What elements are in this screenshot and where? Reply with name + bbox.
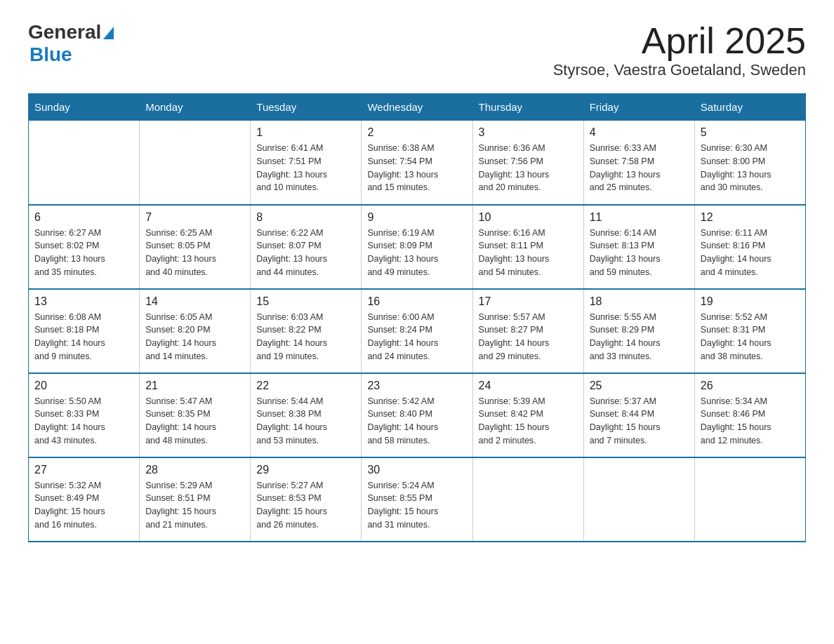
calendar-cell: 8Sunrise: 6:22 AM Sunset: 8:07 PM Daylig… bbox=[251, 205, 362, 289]
day-number: 24 bbox=[479, 380, 578, 392]
day-number: 11 bbox=[590, 211, 689, 224]
day-of-week-monday: Monday bbox=[140, 94, 251, 121]
location-title: Styrsoe, Vaestra Goetaland, Sweden bbox=[553, 61, 806, 79]
calendar-week-1: 1Sunrise: 6:41 AM Sunset: 7:51 PM Daylig… bbox=[29, 121, 806, 205]
day-info: Sunrise: 6:14 AM Sunset: 8:13 PM Dayligh… bbox=[590, 227, 689, 279]
day-number: 5 bbox=[701, 126, 800, 139]
day-number: 7 bbox=[145, 211, 244, 224]
calendar-cell: 14Sunrise: 6:05 AM Sunset: 8:20 PM Dayli… bbox=[140, 289, 251, 373]
logo-text-blue: Blue bbox=[29, 43, 114, 66]
calendar-cell bbox=[140, 121, 251, 205]
calendar-cell: 5Sunrise: 6:30 AM Sunset: 8:00 PM Daylig… bbox=[694, 121, 805, 205]
day-info: Sunrise: 5:47 AM Sunset: 8:35 PM Dayligh… bbox=[145, 395, 244, 448]
day-number: 20 bbox=[34, 380, 133, 392]
day-info: Sunrise: 6:33 AM Sunset: 7:58 PM Dayligh… bbox=[590, 142, 689, 194]
day-info: Sunrise: 5:52 AM Sunset: 8:31 PM Dayligh… bbox=[701, 311, 800, 363]
day-info: Sunrise: 6:11 AM Sunset: 8:16 PM Dayligh… bbox=[701, 227, 800, 279]
logo: General Blue bbox=[28, 21, 114, 66]
logo-triangle-icon bbox=[103, 27, 114, 39]
calendar-cell: 23Sunrise: 5:42 AM Sunset: 8:40 PM Dayli… bbox=[362, 373, 472, 457]
calendar-cell: 7Sunrise: 6:25 AM Sunset: 8:05 PM Daylig… bbox=[140, 205, 251, 289]
day-number: 9 bbox=[367, 211, 466, 224]
calendar-cell: 3Sunrise: 6:36 AM Sunset: 7:56 PM Daylig… bbox=[472, 121, 583, 205]
day-number: 18 bbox=[590, 295, 689, 308]
calendar-cell: 11Sunrise: 6:14 AM Sunset: 8:13 PM Dayli… bbox=[583, 205, 694, 289]
day-info: Sunrise: 5:37 AM Sunset: 8:44 PM Dayligh… bbox=[590, 395, 689, 448]
calendar-week-4: 20Sunrise: 5:50 AM Sunset: 8:33 PM Dayli… bbox=[29, 373, 806, 457]
day-info: Sunrise: 6:19 AM Sunset: 8:09 PM Dayligh… bbox=[367, 227, 466, 279]
calendar-cell: 21Sunrise: 5:47 AM Sunset: 8:35 PM Dayli… bbox=[140, 373, 251, 457]
day-number: 23 bbox=[367, 380, 466, 392]
day-number: 22 bbox=[256, 380, 355, 392]
day-of-week-tuesday: Tuesday bbox=[251, 94, 362, 121]
calendar-cell bbox=[29, 121, 140, 205]
calendar-cell: 29Sunrise: 5:27 AM Sunset: 8:53 PM Dayli… bbox=[251, 457, 362, 542]
calendar-week-5: 27Sunrise: 5:32 AM Sunset: 8:49 PM Dayli… bbox=[29, 457, 806, 542]
day-info: Sunrise: 5:29 AM Sunset: 8:51 PM Dayligh… bbox=[145, 479, 244, 532]
calendar-cell: 9Sunrise: 6:19 AM Sunset: 8:09 PM Daylig… bbox=[362, 205, 472, 289]
day-info: Sunrise: 6:38 AM Sunset: 7:54 PM Dayligh… bbox=[367, 142, 466, 194]
calendar-cell: 16Sunrise: 6:00 AM Sunset: 8:24 PM Dayli… bbox=[362, 289, 472, 373]
day-info: Sunrise: 5:27 AM Sunset: 8:53 PM Dayligh… bbox=[256, 479, 355, 532]
day-info: Sunrise: 5:39 AM Sunset: 8:42 PM Dayligh… bbox=[479, 395, 578, 448]
calendar-cell: 24Sunrise: 5:39 AM Sunset: 8:42 PM Dayli… bbox=[472, 373, 583, 457]
day-info: Sunrise: 6:03 AM Sunset: 8:22 PM Dayligh… bbox=[256, 311, 355, 363]
day-number: 10 bbox=[479, 211, 578, 224]
day-number: 21 bbox=[145, 380, 244, 392]
calendar-cell: 18Sunrise: 5:55 AM Sunset: 8:29 PM Dayli… bbox=[583, 289, 694, 373]
calendar-cell: 1Sunrise: 6:41 AM Sunset: 7:51 PM Daylig… bbox=[251, 121, 362, 205]
day-info: Sunrise: 6:16 AM Sunset: 8:11 PM Dayligh… bbox=[479, 227, 578, 279]
calendar-cell: 2Sunrise: 6:38 AM Sunset: 7:54 PM Daylig… bbox=[362, 121, 472, 205]
day-info: Sunrise: 6:30 AM Sunset: 8:00 PM Dayligh… bbox=[701, 142, 800, 194]
calendar-week-2: 6Sunrise: 6:27 AM Sunset: 8:02 PM Daylig… bbox=[29, 205, 806, 289]
day-number: 16 bbox=[367, 295, 466, 308]
calendar-cell bbox=[472, 457, 583, 542]
calendar-cell bbox=[583, 457, 694, 542]
day-number: 2 bbox=[367, 126, 466, 139]
calendar-cell: 25Sunrise: 5:37 AM Sunset: 8:44 PM Dayli… bbox=[583, 373, 694, 457]
calendar-cell: 6Sunrise: 6:27 AM Sunset: 8:02 PM Daylig… bbox=[29, 205, 140, 289]
month-title: April 2025 bbox=[553, 21, 806, 61]
day-number: 14 bbox=[145, 295, 244, 308]
calendar-body: 1Sunrise: 6:41 AM Sunset: 7:51 PM Daylig… bbox=[29, 121, 806, 542]
day-of-week-thursday: Thursday bbox=[472, 94, 583, 121]
calendar-cell: 26Sunrise: 5:34 AM Sunset: 8:46 PM Dayli… bbox=[694, 373, 805, 457]
day-info: Sunrise: 5:57 AM Sunset: 8:27 PM Dayligh… bbox=[479, 311, 578, 363]
day-number: 15 bbox=[256, 295, 355, 308]
day-of-week-wednesday: Wednesday bbox=[362, 94, 472, 121]
day-number: 25 bbox=[590, 380, 689, 392]
day-info: Sunrise: 6:22 AM Sunset: 8:07 PM Dayligh… bbox=[256, 227, 355, 279]
day-number: 3 bbox=[479, 126, 578, 139]
day-number: 17 bbox=[479, 295, 578, 308]
day-info: Sunrise: 6:05 AM Sunset: 8:20 PM Dayligh… bbox=[145, 311, 244, 363]
day-of-week-sunday: Sunday bbox=[29, 94, 140, 121]
logo-text-general: General bbox=[28, 21, 101, 43]
calendar-cell: 30Sunrise: 5:24 AM Sunset: 8:55 PM Dayli… bbox=[362, 457, 472, 542]
calendar-cell: 27Sunrise: 5:32 AM Sunset: 8:49 PM Dayli… bbox=[29, 457, 140, 542]
calendar-cell: 22Sunrise: 5:44 AM Sunset: 8:38 PM Dayli… bbox=[251, 373, 362, 457]
day-info: Sunrise: 6:25 AM Sunset: 8:05 PM Dayligh… bbox=[145, 227, 244, 279]
day-number: 12 bbox=[701, 211, 800, 224]
day-info: Sunrise: 6:36 AM Sunset: 7:56 PM Dayligh… bbox=[479, 142, 578, 194]
day-of-week-friday: Friday bbox=[583, 94, 694, 121]
day-number: 29 bbox=[256, 464, 355, 476]
day-info: Sunrise: 6:08 AM Sunset: 8:18 PM Dayligh… bbox=[34, 311, 133, 363]
day-info: Sunrise: 5:24 AM Sunset: 8:55 PM Dayligh… bbox=[367, 479, 466, 532]
calendar-cell: 28Sunrise: 5:29 AM Sunset: 8:51 PM Dayli… bbox=[140, 457, 251, 542]
day-number: 13 bbox=[34, 295, 133, 308]
calendar-header: SundayMondayTuesdayWednesdayThursdayFrid… bbox=[29, 94, 806, 121]
calendar-cell: 19Sunrise: 5:52 AM Sunset: 8:31 PM Dayli… bbox=[694, 289, 805, 373]
day-number: 28 bbox=[145, 464, 244, 476]
day-number: 19 bbox=[701, 295, 800, 308]
days-of-week-row: SundayMondayTuesdayWednesdayThursdayFrid… bbox=[29, 94, 806, 121]
day-number: 4 bbox=[590, 126, 689, 139]
day-info: Sunrise: 6:41 AM Sunset: 7:51 PM Dayligh… bbox=[256, 142, 355, 194]
calendar-table: SundayMondayTuesdayWednesdayThursdayFrid… bbox=[28, 93, 806, 542]
calendar-cell: 15Sunrise: 6:03 AM Sunset: 8:22 PM Dayli… bbox=[251, 289, 362, 373]
day-info: Sunrise: 5:34 AM Sunset: 8:46 PM Dayligh… bbox=[701, 395, 800, 448]
page-header: General Blue April 2025 Styrsoe, Vaestra… bbox=[28, 21, 806, 79]
day-info: Sunrise: 6:27 AM Sunset: 8:02 PM Dayligh… bbox=[34, 227, 133, 279]
day-info: Sunrise: 6:00 AM Sunset: 8:24 PM Dayligh… bbox=[367, 311, 466, 363]
day-number: 6 bbox=[34, 211, 133, 224]
calendar-cell: 13Sunrise: 6:08 AM Sunset: 8:18 PM Dayli… bbox=[29, 289, 140, 373]
